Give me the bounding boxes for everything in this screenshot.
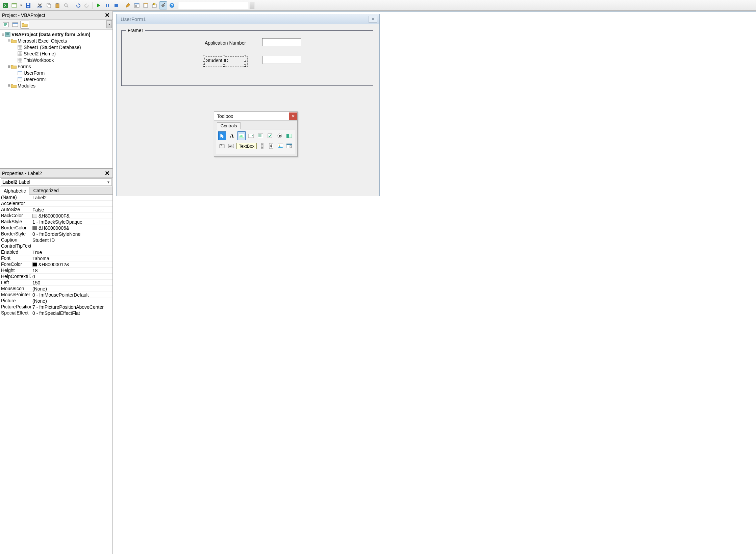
property-row[interactable]: FontTahoma [0,255,112,261]
property-value[interactable]: &H8000000F& [31,213,112,219]
tree-item-thisworkbook[interactable]: ThisWorkbook [1,57,112,63]
find-icon[interactable] [62,1,70,9]
run-icon[interactable] [95,1,103,9]
excel-icon[interactable]: X [1,1,9,9]
property-row[interactable]: (Name)Label2 [0,195,112,201]
project-toolbar-overflow-icon[interactable]: ▾ [106,20,112,28]
property-row[interactable]: Picture(None) [0,298,112,304]
property-row[interactable]: SpecialEffect0 - fmSpecialEffectFlat [0,310,112,316]
selection-handle-icon[interactable] [203,65,205,67]
undo-icon[interactable] [74,1,82,9]
property-value[interactable] [31,201,112,206]
toolbox-icon[interactable] [159,1,167,9]
view-code-icon[interactable] [1,21,10,29]
selection-handle-icon[interactable] [244,55,246,57]
properties-close-icon[interactable]: ✕ [103,170,111,176]
expand-icon[interactable]: ⊟ [7,39,11,43]
project-tree[interactable]: ⊟ VBAProject (Data entry form .xlsm) ⊟ M… [0,30,112,168]
property-row[interactable]: MouseIcon(None) [0,286,112,292]
design-mode-icon[interactable] [124,1,132,9]
label-application-number[interactable]: Application Number [205,40,246,46]
property-row[interactable]: ForeColor&H80000012& [0,261,112,268]
expand-icon[interactable]: ⊟ [7,64,11,69]
tool-listbox-icon[interactable] [256,131,264,140]
property-row[interactable]: HelpContextID0 [0,274,112,280]
property-row[interactable]: MousePointer0 - fmMousePointerDefault [0,292,112,298]
property-row[interactable]: CaptionStudent ID [0,237,112,243]
insert-dropdown-icon[interactable]: ▼ [19,4,23,7]
property-value[interactable]: 0 - fmSpecialEffectFlat [31,310,112,316]
expand-icon[interactable]: ⊞ [7,83,11,88]
tool-label-icon[interactable]: A [228,131,236,140]
property-value[interactable]: (None) [31,298,112,304]
property-row[interactable]: BorderStyle0 - fmBorderStyleNone [0,231,112,237]
tree-folder-forms[interactable]: ⊟ Forms [1,63,112,70]
expand-icon[interactable]: ⊟ [1,32,5,36]
tree-item-sheet1[interactable]: Sheet1 (Student Database) [1,44,112,50]
property-value[interactable]: 0 - fmBorderStyleNone [31,231,112,237]
tool-refedit-icon[interactable] [285,142,293,150]
save-icon[interactable] [24,1,32,9]
toolbox-titlebar[interactable]: Toolbox ✕ [214,112,297,121]
property-value[interactable]: True [31,249,112,255]
project-panel-close-icon[interactable]: ✕ [103,12,111,18]
property-row[interactable]: Accelerator [0,201,112,207]
property-row[interactable]: PicturePosition7 - fmPicturePositionAbov… [0,304,112,310]
tool-optionbutton-icon[interactable] [276,131,284,140]
textbox-application-number[interactable] [262,38,301,46]
userform-window[interactable]: UserForm1 ✕ Application Number Student I… [116,14,380,196]
tree-folder-modules[interactable]: ⊞ Modules [1,82,112,89]
selection-handle-icon[interactable] [223,65,225,67]
reset-icon[interactable] [112,1,120,9]
tab-categorized[interactable]: Categorized [29,186,62,194]
property-value[interactable]: Label2 [31,195,112,200]
property-row[interactable]: BorderColor&H80000006& [0,225,112,231]
property-value[interactable]: 18 [31,268,112,273]
toolbox-close-icon[interactable]: ✕ [289,112,297,120]
property-row[interactable]: BackStyle1 - fmBackStyleOpaque [0,219,112,225]
tool-textbox-icon[interactable]: ab| [237,131,246,140]
selection-handle-icon[interactable] [244,60,246,62]
property-row[interactable]: Height18 [0,268,112,274]
tool-spinbutton-icon[interactable] [267,142,275,150]
property-value[interactable]: 150 [31,280,112,285]
property-value[interactable]: &H80000012& [31,261,112,267]
tool-pointer-icon[interactable] [218,131,226,140]
toolbox-tab-controls[interactable]: Controls [217,122,241,129]
toggle-folders-icon[interactable] [20,21,29,29]
tree-root[interactable]: ⊟ VBAProject (Data entry form .xlsm) [1,31,112,37]
break-icon[interactable] [103,1,111,9]
userform-body[interactable]: Application Number Student ID [117,24,379,196]
property-row[interactable]: ControlTipText [0,243,112,249]
paste-icon[interactable] [53,1,61,9]
label-student-id-selected[interactable]: Student ID [204,56,248,67]
view-object-icon[interactable] [11,21,20,29]
procedure-combo[interactable] [178,2,249,9]
textbox-student-id[interactable] [262,56,301,64]
tab-alphabetic[interactable]: Alphabetic [0,187,29,195]
selection-handle-icon[interactable] [244,65,246,67]
tree-folder-excel-objects[interactable]: ⊟ Microsoft Excel Objects [1,37,112,44]
project-explorer-icon[interactable] [133,1,141,9]
tool-frame-icon[interactable]: xy [218,142,226,150]
property-value[interactable] [31,243,112,249]
toolbox-window[interactable]: Toolbox ✕ Controls A ab| [214,111,298,157]
property-row[interactable]: EnabledTrue [0,249,112,255]
properties-window-icon[interactable] [142,1,150,9]
properties-grid[interactable]: (Name)Label2AcceleratorAutoSizeFalseBack… [0,195,112,554]
tool-image-icon[interactable] [276,142,284,150]
property-row[interactable]: Left150 [0,280,112,286]
redo-icon[interactable] [83,1,91,9]
object-browser-icon[interactable] [150,1,158,9]
form-designer-area[interactable]: UserForm1 ✕ Application Number Student I… [113,11,756,554]
property-value[interactable]: 0 - fmMousePointerDefault [31,292,112,298]
copy-icon[interactable] [45,1,53,9]
property-value[interactable]: (None) [31,286,112,292]
help-icon[interactable]: ? [168,1,176,9]
userform-close-icon[interactable]: ✕ [369,16,377,23]
tree-item-userform[interactable]: UserForm [1,70,112,76]
userform-titlebar[interactable]: UserForm1 ✕ [117,14,379,24]
insert-userform-icon[interactable] [10,1,18,9]
dropdown-icon[interactable]: ▼ [107,180,110,184]
tree-item-sheet2[interactable]: Sheet2 (Home) [1,50,112,57]
